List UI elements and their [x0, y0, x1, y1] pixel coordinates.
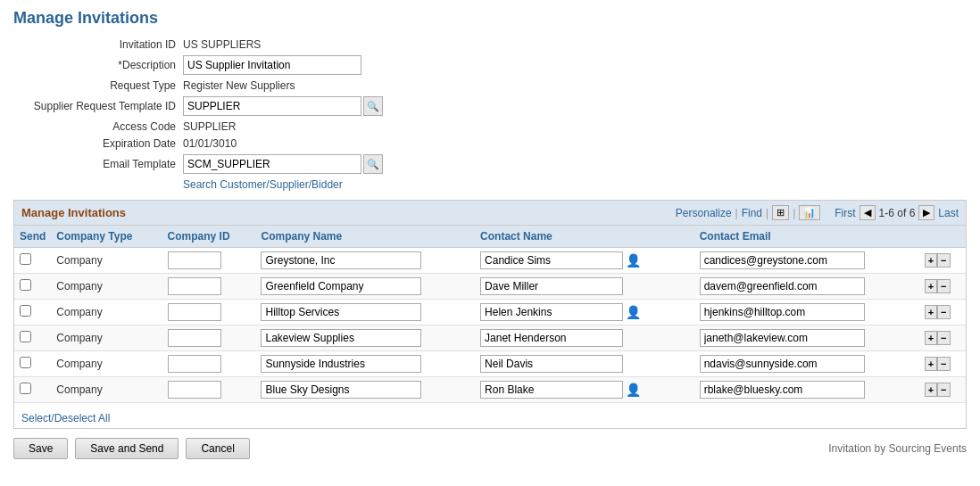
save-send-button[interactable]: Save and Send: [75, 438, 179, 459]
manage-invitations-grid: Manage Invitations Personalize | Find | …: [13, 200, 967, 429]
send-checkbox[interactable]: [20, 357, 31, 368]
person-lookup-icon[interactable]: 👤: [626, 305, 641, 319]
template-id-row: Supplier Request Template ID 🔍: [13, 96, 967, 116]
delete-row-button[interactable]: −: [937, 305, 950, 319]
add-row-button[interactable]: +: [925, 383, 937, 397]
description-input[interactable]: [183, 55, 361, 75]
company-type-cell: Company: [51, 300, 162, 325]
access-code-row: Access Code SUPPLIER: [13, 120, 967, 133]
grid-chart-button[interactable]: 📊: [799, 205, 820, 220]
add-row-button[interactable]: +: [925, 331, 937, 345]
col-company-type: Company Type: [51, 226, 162, 248]
description-label: *Description: [13, 59, 183, 71]
template-id-search-button[interactable]: 🔍: [363, 96, 383, 116]
request-type-value: Register New Suppliers: [183, 79, 295, 92]
send-checkbox[interactable]: [20, 253, 31, 265]
col-send: Send: [14, 226, 51, 248]
delete-row-button[interactable]: −: [937, 357, 950, 371]
grid-view-button[interactable]: ⊞: [772, 205, 789, 220]
send-checkbox[interactable]: [20, 383, 31, 394]
expiration-date-row: Expiration Date 01/01/3010: [13, 137, 967, 150]
contact-email-input[interactable]: [700, 303, 865, 321]
email-template-search-button[interactable]: 🔍: [363, 154, 383, 174]
contact-email-input[interactable]: [700, 381, 865, 399]
grid-header-bar: Manage Invitations Personalize | Find | …: [14, 201, 966, 226]
contact-email-input[interactable]: [700, 329, 865, 347]
table-row: Company+−: [14, 274, 966, 300]
company-name-input[interactable]: [261, 329, 421, 347]
contact-email-input[interactable]: [700, 355, 865, 373]
add-row-button[interactable]: +: [925, 305, 937, 319]
person-lookup-icon[interactable]: 👤: [626, 253, 641, 268]
table-header-row: Send Company Type Company ID Company Nam…: [14, 226, 966, 248]
access-code-value: SUPPLIER: [183, 120, 236, 133]
contact-name-input[interactable]: [480, 303, 623, 321]
invitations-table: Send Company Type Company ID Company Nam…: [14, 226, 966, 403]
email-template-label: Email Template: [13, 158, 183, 170]
person-lookup-icon[interactable]: 👤: [626, 383, 641, 397]
add-row-button[interactable]: +: [925, 253, 937, 268]
email-template-input[interactable]: [183, 154, 361, 174]
table-row: Company+−: [14, 351, 966, 377]
button-bar: Save Save and Send Cancel Invitation by …: [13, 438, 967, 459]
prev-page-button[interactable]: ◀: [860, 205, 876, 220]
company-id-input[interactable]: [168, 381, 221, 399]
company-name-input[interactable]: [261, 355, 421, 373]
company-id-input[interactable]: [168, 355, 221, 373]
form-section: Invitation ID US SUPPLIERS *Description …: [13, 38, 967, 191]
search-customer-link[interactable]: Search Customer/Supplier/Bidder: [183, 178, 343, 191]
request-type-row: Request Type Register New Suppliers: [13, 79, 967, 92]
send-checkbox[interactable]: [20, 331, 31, 342]
col-actions: [919, 226, 966, 248]
company-name-input[interactable]: [261, 251, 421, 269]
delete-row-button[interactable]: −: [937, 383, 950, 397]
company-name-input[interactable]: [261, 277, 421, 295]
company-id-input[interactable]: [168, 251, 221, 269]
send-checkbox[interactable]: [20, 279, 31, 291]
delete-row-button[interactable]: −: [937, 331, 950, 345]
first-link[interactable]: First: [835, 207, 855, 219]
company-name-input[interactable]: [261, 381, 421, 399]
select-deselect-link[interactable]: Select/Deselect All: [21, 412, 110, 424]
personalize-link[interactable]: Personalize: [676, 207, 732, 219]
add-row-button[interactable]: +: [925, 279, 937, 293]
send-checkbox[interactable]: [20, 305, 31, 317]
expiration-date-label: Expiration Date: [13, 137, 183, 150]
delete-row-button[interactable]: −: [937, 279, 950, 293]
page-title: Manage Invitations: [13, 9, 967, 28]
template-id-input[interactable]: [183, 96, 361, 116]
template-id-label: Supplier Request Template ID: [13, 100, 183, 112]
email-template-row: Email Template 🔍: [13, 154, 967, 174]
grid-title: Manage Invitations: [21, 206, 126, 219]
find-link[interactable]: Find: [742, 207, 762, 219]
contact-email-input[interactable]: [700, 277, 865, 295]
company-type-cell: Company: [51, 274, 162, 300]
table-row: Company👤+−: [14, 248, 966, 274]
col-contact-name: Contact Name: [475, 226, 694, 248]
contact-email-input[interactable]: [700, 251, 865, 269]
col-company-name: Company Name: [255, 226, 475, 248]
contact-name-input[interactable]: [480, 251, 623, 269]
contact-name-input[interactable]: [480, 329, 623, 347]
cancel-button[interactable]: Cancel: [186, 438, 249, 459]
company-id-input[interactable]: [168, 277, 221, 295]
save-button[interactable]: Save: [13, 438, 68, 459]
invitation-id-row: Invitation ID US SUPPLIERS: [13, 38, 967, 51]
next-page-button[interactable]: ▶: [918, 205, 934, 220]
company-id-input[interactable]: [168, 329, 221, 347]
contact-name-input[interactable]: [480, 277, 623, 295]
expiration-date-value: 01/01/3010: [183, 137, 237, 150]
last-link[interactable]: Last: [938, 207, 959, 219]
contact-name-input[interactable]: [480, 355, 623, 373]
add-row-button[interactable]: +: [925, 357, 937, 371]
company-type-cell: Company: [51, 325, 162, 351]
delete-row-button[interactable]: −: [937, 253, 950, 268]
invitation-id-value: US SUPPLIERS: [183, 38, 261, 51]
grid-nav: Personalize | Find | ⊞ | 📊 First ◀ 1-6 o…: [676, 205, 959, 220]
company-id-input[interactable]: [168, 303, 221, 321]
table-row: Company+−: [14, 325, 966, 351]
company-name-input[interactable]: [261, 303, 421, 321]
search-link-row: Search Customer/Supplier/Bidder: [13, 178, 967, 191]
contact-name-input[interactable]: [480, 381, 623, 399]
access-code-label: Access Code: [13, 120, 183, 133]
